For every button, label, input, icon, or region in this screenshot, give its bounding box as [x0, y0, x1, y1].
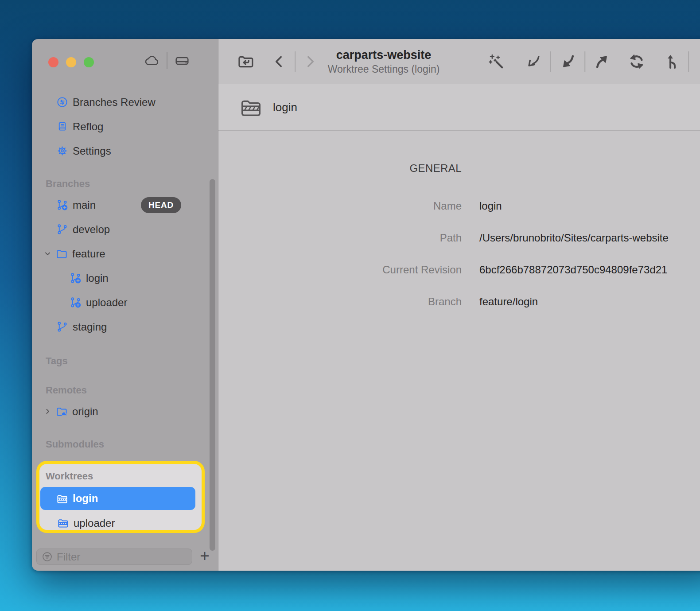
sidebar-item-branch-folder-feature[interactable]: feature	[32, 241, 218, 266]
fetch-button[interactable]	[525, 52, 543, 71]
push-button[interactable]	[592, 52, 611, 71]
branch-worktree-icon	[56, 199, 68, 211]
branch-icon	[56, 223, 68, 235]
sidebar-item-settings[interactable]: Settings	[32, 139, 218, 163]
navigate-forward-button[interactable]	[302, 54, 318, 70]
sidebar-item-label: login	[73, 492, 98, 505]
toolbar-divider	[584, 51, 585, 72]
toolbar-divider	[688, 51, 689, 72]
sidebar-item-branch-feature-login[interactable]: login	[32, 266, 218, 290]
head-badge: HEAD	[141, 197, 181, 213]
field-value: /Users/brunobrito/Sites/carparts-website	[479, 232, 669, 244]
folder-icon	[56, 248, 68, 260]
back-to-repositories-button[interactable]	[237, 52, 255, 71]
sidebar-item-label: Settings	[73, 145, 111, 157]
worktree-folder-icon	[56, 493, 68, 505]
sidebar-item-label: Reflog	[73, 121, 103, 133]
app-window: Branches Review Reflog	[32, 39, 700, 571]
worktree-folder-icon	[239, 96, 263, 119]
general-section-row: GENERAL	[218, 159, 700, 178]
merge-button[interactable]	[663, 52, 682, 71]
field-row-branch: Branch feature/login	[218, 286, 700, 318]
section-header-remotes: Remotes	[32, 381, 218, 399]
sidebar-item-label: Branches Review	[73, 96, 156, 109]
navigate-back-button[interactable]	[271, 54, 287, 70]
sidebar-item-branch-staging[interactable]: staging	[32, 315, 218, 339]
branches-review-icon	[56, 96, 68, 108]
sidebar-item-branch-feature-uploader[interactable]: uploader	[32, 290, 218, 315]
section-header-submodules: Submodules	[32, 436, 218, 453]
branch-worktree-icon	[70, 296, 82, 308]
worktree-folder-icon	[57, 517, 69, 529]
add-button[interactable]: +	[195, 545, 214, 567]
field-label: Current Revision	[218, 264, 462, 276]
field-value: 6bcf266b78872073d750c94809fe73d21	[479, 264, 667, 276]
window-title-block: carparts-website Worktree Settings (logi…	[328, 48, 440, 75]
field-label: Path	[218, 232, 462, 244]
branch-worktree-icon	[70, 272, 82, 284]
sidebar-item-label: login	[86, 272, 109, 284]
sidebar-item-label: main	[73, 199, 96, 211]
settings-form: GENERAL Name login Path /Users/brunobrit…	[218, 131, 700, 571]
chevron-right-icon[interactable]	[44, 408, 51, 415]
toolbar: carparts-website Worktree Settings (logi…	[218, 39, 700, 84]
field-value: feature/login	[479, 296, 538, 308]
content-header: login	[218, 84, 700, 131]
sidebar-item-label: feature	[72, 248, 105, 260]
worktree-name-title: login	[273, 101, 297, 114]
sidebar: Branches Review Reflog	[32, 39, 218, 571]
gear-icon	[56, 145, 68, 157]
sidebar-item-label: origin	[72, 405, 98, 418]
field-label: Branch	[218, 296, 462, 308]
field-label: Name	[218, 200, 462, 212]
sidebar-item-label: staging	[73, 321, 107, 333]
sidebar-item-branch-main[interactable]: main HEAD	[32, 193, 218, 217]
sidebar-item-branches-review[interactable]: Branches Review	[32, 90, 218, 114]
sidebar-item-worktree-uploader[interactable]: uploader	[39, 511, 202, 533]
pull-button[interactable]	[559, 52, 578, 71]
sidebar-item-label: uploader	[74, 517, 115, 529]
field-row-path: Path /Users/brunobrito/Sites/carparts-we…	[218, 222, 700, 254]
section-header-branches: Branches	[32, 175, 218, 193]
sidebar-item-reflog[interactable]: Reflog	[32, 114, 218, 139]
repository-title: carparts-website	[328, 48, 440, 62]
filter-icon	[41, 551, 53, 563]
toolbar-divider	[550, 51, 551, 72]
sidebar-item-label: develop	[73, 223, 110, 236]
sidebar-item-worktree-login[interactable]: login	[40, 487, 195, 510]
sidebar-item-branch-develop[interactable]: develop	[32, 217, 218, 241]
chevron-down-icon[interactable]	[44, 250, 51, 257]
sidebar-item-label: uploader	[86, 296, 127, 309]
field-row-name: Name login	[218, 190, 700, 222]
quick-actions-wand-button[interactable]	[487, 52, 506, 71]
filter-field[interactable]	[36, 549, 192, 565]
desktop-background: { "toolbar": { "title": "carparts-websit…	[0, 0, 700, 611]
main-area: carparts-website Worktree Settings (logi…	[218, 39, 700, 571]
sidebar-navigation: Branches Review Reflog	[32, 39, 218, 533]
section-header-tags: Tags	[32, 352, 218, 370]
section-header-worktrees: Worktrees	[39, 467, 202, 485]
worktrees-highlight-box: Worktrees login	[36, 461, 205, 533]
field-row-current-revision: Current Revision 6bcf266b78872073d750c94…	[218, 254, 700, 286]
sidebar-bottom-bar: +	[32, 543, 218, 571]
section-title: GENERAL	[218, 162, 462, 175]
view-subtitle: Worktree Settings (login)	[328, 63, 440, 75]
reflog-book-icon	[56, 121, 68, 132]
sync-button[interactable]	[627, 52, 646, 71]
toolbar-divider	[295, 51, 296, 72]
filter-input[interactable]	[57, 551, 187, 563]
sidebar-item-remote-origin[interactable]: origin	[32, 399, 218, 424]
sidebar-scrollbar-thumb[interactable]	[210, 179, 215, 551]
field-value: login	[479, 200, 502, 212]
branch-icon	[56, 321, 68, 333]
remote-folder-cloud-icon	[56, 405, 68, 417]
